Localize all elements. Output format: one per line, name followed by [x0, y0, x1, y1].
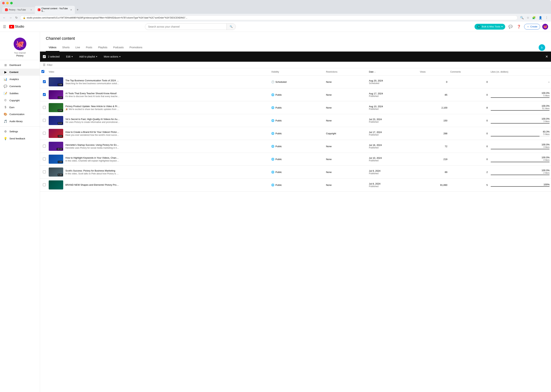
sidebar-item-settings[interactable]: ⚙ Settings [0, 128, 40, 135]
table-row: 2:23 AI Tools That Every Teacher Should … [40, 88, 551, 101]
row-checkbox[interactable] [43, 158, 46, 161]
tab-podcasts[interactable]: Podcasts [110, 44, 127, 52]
video-thumbnail[interactable]: 2:23 [49, 90, 63, 99]
video-thumbnail[interactable] [49, 180, 63, 189]
tab-videos[interactable]: Videos [46, 44, 59, 52]
col-likes: Likes (vs. dislikes) [489, 68, 551, 76]
tab2-close[interactable]: ✕ [70, 9, 72, 11]
minimize-window-btn[interactable] [6, 2, 9, 4]
forward-button[interactable]: → [8, 15, 13, 20]
likes-percent: 100.0% [491, 169, 550, 172]
video-duration: 6:35 [58, 174, 63, 176]
likes-bar [491, 162, 550, 162]
add-to-playlist-button[interactable]: Add to playlist ▾ [77, 54, 99, 60]
row-checkbox-cell[interactable] [40, 114, 47, 127]
visibility-label: Public [275, 158, 282, 161]
row-checkbox[interactable] [43, 145, 46, 147]
row-checkbox[interactable] [43, 93, 46, 96]
row-checkbox[interactable] [43, 106, 46, 109]
more-btn[interactable]: ⋮ [544, 15, 549, 20]
browser-tab-1[interactable]: ▶ Pictory - YouTube ✕ [2, 7, 35, 13]
search-browser-btn[interactable]: 🔍 [519, 15, 524, 20]
table-row: 10:10 Henriette's Startup Success: Using… [40, 140, 551, 153]
bulk-tools-right-icon[interactable]: b [539, 44, 545, 51]
tab-playlists[interactable]: Playlists [95, 44, 110, 52]
sidebar-item-content[interactable]: ▶ Content [0, 69, 40, 76]
extensions-btn[interactable]: 🧩 [531, 15, 537, 20]
tab-posts[interactable]: Posts [83, 44, 95, 52]
bookmark-btn[interactable]: ☆ [526, 15, 530, 20]
tab-live[interactable]: Live [72, 44, 83, 52]
new-tab-button[interactable]: + [75, 7, 80, 13]
video-thumbnail[interactable]: 8:15 [49, 116, 63, 125]
date-value: Jul 10, 2024 [369, 157, 417, 159]
sidebar-item-subtitles[interactable]: 📝 Subtitles [0, 90, 40, 97]
video-thumbnail[interactable]: 3:04 [49, 129, 63, 138]
row-checkbox-cell[interactable] [40, 88, 47, 101]
row-checkbox-cell[interactable] [40, 140, 47, 153]
video-thumbnail[interactable]: 0:59 [49, 103, 63, 112]
filter-input[interactable] [47, 63, 548, 66]
select-all-checkbox[interactable] [43, 55, 46, 58]
visibility-label: Scheduled [275, 81, 286, 83]
row-checkbox-cell[interactable] [40, 127, 47, 140]
video-thumbnail[interactable]: 10:10 [49, 142, 63, 151]
sidebar-item-customization[interactable]: 🎨 Customization [0, 111, 40, 118]
more-actions-button[interactable]: More actions ▾ [101, 54, 123, 60]
row-checkbox[interactable] [43, 170, 46, 173]
col-views[interactable]: Views [418, 68, 449, 76]
user-avatar[interactable]: 🐙 [542, 24, 548, 30]
sidebar-item-copyright[interactable]: © Copyright [0, 97, 40, 104]
tab-shorts[interactable]: Shorts [59, 44, 72, 52]
profile-btn[interactable]: 👤 [538, 15, 543, 20]
sidebar-item-audio-library[interactable]: 🎵 Audio library [0, 118, 40, 125]
search-button[interactable]: 🔍 [227, 24, 236, 30]
tab1-close[interactable]: ✕ [30, 9, 32, 11]
row-checkbox-cell[interactable] [40, 179, 47, 191]
search-input[interactable] [145, 25, 227, 28]
restrictions-label: None [326, 171, 332, 174]
col-comments[interactable]: Comments [449, 68, 489, 76]
sidebar-item-send-feedback[interactable]: 💡 Send feedback [0, 135, 40, 142]
row-checkbox-cell[interactable] [40, 101, 47, 114]
row-checkbox-cell[interactable] [40, 166, 47, 179]
create-button[interactable]: ＋ Create [524, 24, 540, 30]
row-checkbox[interactable] [43, 80, 46, 83]
video-title: Pictory Product Update: New Article to V… [65, 105, 120, 108]
comment-icon[interactable]: 💬 [508, 24, 514, 30]
sidebar-item-dashboard[interactable]: ⊞ Dashboard [0, 62, 40, 69]
edit-button[interactable]: Edit ▾ [64, 54, 75, 60]
video-description: Have you ever wondered how the world's m… [65, 134, 120, 136]
date-cell: Jul 10, 2024 Published [367, 153, 418, 166]
hamburger-menu[interactable]: ☰ [3, 25, 6, 29]
likes-bar [491, 110, 550, 111]
row-checkbox-cell[interactable] [40, 153, 47, 166]
help-icon[interactable]: ❓ [516, 24, 522, 30]
url-bar[interactable]: 🔒 studio.youtube.com/channel/UCczYWT30Ho… [20, 15, 518, 20]
row-checkbox[interactable] [43, 183, 46, 186]
row-checkbox[interactable] [43, 132, 46, 135]
video-title: Scott's Success: Pictory for Business Ma… [65, 169, 120, 172]
back-button[interactable]: ← [2, 15, 7, 20]
row-checkbox-cell[interactable] [40, 76, 47, 88]
bulk-tools-chip[interactable]: b Bulk & Misc Tools ▾ [474, 24, 505, 30]
channel-avatar[interactable]: 🐙 [14, 38, 26, 50]
header-checkbox[interactable] [41, 70, 44, 73]
video-thumbnail[interactable]: 3:38 [49, 77, 63, 86]
action-bar-close-button[interactable]: ✕ [545, 55, 548, 59]
video-thumbnail[interactable]: 1:03 [49, 155, 63, 164]
browser-tab-2[interactable]: ▶ Channel content - YouTube S... ✕ [35, 6, 75, 14]
sidebar-item-earn[interactable]: $ Earn [0, 104, 40, 111]
sidebar-item-comments[interactable]: 💬 Comments [0, 83, 40, 90]
row-checkbox[interactable] [43, 119, 46, 122]
search-bar: 🔍 [145, 23, 236, 30]
tab-promotions[interactable]: Promotions [127, 44, 145, 52]
video-thumbnail[interactable]: 6:35 [49, 168, 63, 177]
maximize-window-btn[interactable] [10, 2, 13, 4]
sidebar-item-analytics[interactable]: 📊 Analytics [0, 76, 40, 83]
likes-bar-fill [491, 175, 550, 175]
refresh-button[interactable]: ↻ [14, 15, 18, 20]
col-date[interactable]: Date ↓ [367, 68, 418, 76]
close-window-btn[interactable] [2, 2, 5, 4]
likes-percent: 100% [491, 183, 550, 186]
